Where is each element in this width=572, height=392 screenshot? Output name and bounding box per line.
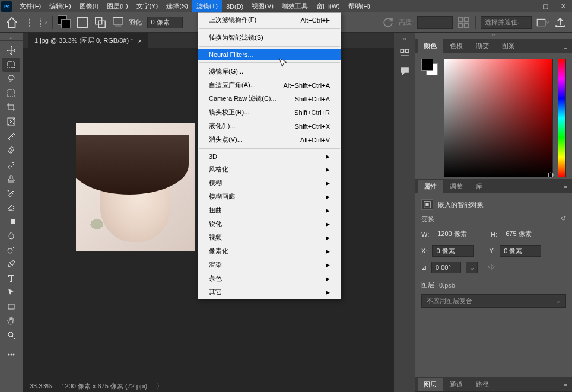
- feather-input[interactable]: [147, 17, 183, 28]
- menu-item[interactable]: 风格化▶: [198, 162, 341, 176]
- menu-item[interactable]: 视频▶: [198, 231, 341, 244]
- type-tool[interactable]: [2, 271, 20, 285]
- color-field[interactable]: [444, 59, 553, 177]
- height-value[interactable]: 675 像素: [502, 228, 544, 240]
- toolbar-collapse[interactable]: ››: [0, 35, 23, 41]
- menu-item[interactable]: 液化(L)...Shift+Ctrl+X: [198, 119, 341, 133]
- menu-item[interactable]: Neural Filters...: [198, 49, 341, 60]
- menu-item[interactable]: 渲染▶: [198, 258, 341, 272]
- path-select-tool[interactable]: [2, 285, 20, 299]
- tool-preset-icon[interactable]: [29, 18, 41, 27]
- width-value[interactable]: 1200 像素: [434, 228, 475, 240]
- selection-add-icon[interactable]: [93, 15, 107, 30]
- pen-tool[interactable]: [2, 257, 20, 271]
- close-tab-icon[interactable]: ×: [138, 37, 141, 44]
- document-tab[interactable]: 1.jpg @ 33.3% (图层 0, RGB/8#) *×: [28, 33, 148, 48]
- crop-tool[interactable]: [2, 100, 20, 114]
- tab-patterns[interactable]: 图案: [496, 39, 521, 53]
- minimize-button[interactable]: ─: [519, 0, 536, 12]
- lasso-tool[interactable]: [2, 72, 20, 86]
- flip-h-icon[interactable]: [487, 263, 495, 272]
- comments-panel-icon[interactable]: [398, 65, 411, 78]
- menu-plugins[interactable]: 增效工具: [278, 0, 312, 12]
- frame-tool[interactable]: [2, 114, 20, 129]
- selection-new-icon[interactable]: [75, 15, 90, 30]
- maximize-button[interactable]: ▢: [536, 0, 554, 12]
- menu-item[interactable]: 其它▶: [198, 285, 341, 299]
- tab-paths[interactable]: 路径: [470, 378, 495, 391]
- panel-menu-icon[interactable]: ≡: [559, 181, 572, 193]
- menu-select[interactable]: 选择(S): [162, 0, 192, 12]
- layer-comp-select[interactable]: 不应用图层复合⌄: [421, 294, 566, 308]
- menu-item[interactable]: 模糊画廊▶: [198, 190, 341, 203]
- hand-tool[interactable]: [2, 314, 20, 328]
- height-field[interactable]: [417, 16, 453, 29]
- menu-help[interactable]: 帮助(H): [344, 0, 374, 12]
- menu-window[interactable]: 窗口(W): [312, 0, 344, 12]
- menu-item[interactable]: 上次滤镜操作(F)Alt+Ctrl+F: [198, 13, 341, 27]
- menu-view[interactable]: 视图(V): [247, 0, 278, 12]
- tab-gradients[interactable]: 渐变: [470, 39, 495, 53]
- doc-dimensions[interactable]: 1200 像素 x 675 像素 (72 ppi): [61, 382, 147, 391]
- angle-input[interactable]: [431, 262, 461, 273]
- panel-collapse[interactable]: ‹‹: [415, 33, 572, 39]
- menu-item[interactable]: 像素化▶: [198, 244, 341, 258]
- fg-bg-swatches[interactable]: [421, 59, 439, 77]
- menu-item[interactable]: 杂色▶: [198, 272, 341, 285]
- shape-tool[interactable]: [2, 299, 20, 314]
- panel-menu-icon[interactable]: ≡: [559, 380, 572, 391]
- tab-color[interactable]: 颜色: [418, 39, 443, 53]
- move-tool[interactable]: [2, 43, 20, 58]
- quick-select-tool[interactable]: [2, 86, 20, 100]
- tab-adjust[interactable]: 调整: [444, 180, 469, 193]
- reset-icon[interactable]: ↺: [561, 215, 566, 224]
- menu-item[interactable]: 模糊▶: [198, 176, 341, 190]
- menu-filter[interactable]: 滤镜(T): [192, 0, 222, 12]
- grid-icon[interactable]: [456, 15, 471, 30]
- dodge-tool[interactable]: [2, 243, 20, 257]
- tab-swatches[interactable]: 色板: [444, 39, 469, 53]
- blur-tool[interactable]: [2, 228, 20, 243]
- refresh-icon[interactable]: [381, 15, 395, 30]
- gradient-tool[interactable]: [2, 214, 20, 228]
- extras-tool[interactable]: [2, 348, 20, 362]
- history-panel-icon[interactable]: [398, 47, 411, 60]
- menu-item[interactable]: 转换为智能滤镜(S): [198, 31, 341, 44]
- eraser-tool[interactable]: [2, 200, 20, 214]
- menu-edit[interactable]: 编辑(E): [45, 0, 75, 12]
- select-and-mask-button[interactable]: 选择并遮住...: [481, 16, 532, 29]
- x-input[interactable]: [432, 245, 474, 257]
- menu-item[interactable]: 锐化▶: [198, 217, 341, 231]
- hue-slider[interactable]: [558, 59, 566, 177]
- menu-3d[interactable]: 3D(D): [222, 1, 247, 12]
- angle-dropdown[interactable]: ⌄: [466, 262, 478, 273]
- workspace-icon[interactable]: v: [535, 15, 549, 30]
- zoom-tool[interactable]: [2, 328, 20, 342]
- tab-channels[interactable]: 通道: [444, 378, 469, 391]
- menu-item[interactable]: 消失点(V)...Alt+Ctrl+V: [198, 133, 341, 146]
- tab-properties[interactable]: 属性: [418, 180, 443, 193]
- menu-item[interactable]: 3D▶: [198, 151, 341, 162]
- marquee-tool[interactable]: [2, 58, 20, 72]
- menu-item[interactable]: 滤镜库(G)...: [198, 65, 341, 78]
- tab-layers[interactable]: 图层: [418, 378, 443, 391]
- menu-image[interactable]: 图像(I): [75, 0, 103, 12]
- strip-collapse[interactable]: ‹‹: [394, 36, 415, 42]
- menu-type[interactable]: 文字(Y): [132, 0, 163, 12]
- selection-subtract-icon[interactable]: [111, 15, 125, 30]
- menu-item[interactable]: Camera Raw 滤镜(C)...Shift+Ctrl+A: [198, 92, 341, 106]
- menu-layer[interactable]: 图层(L): [103, 0, 132, 12]
- menu-item[interactable]: 扭曲▶: [198, 203, 341, 217]
- close-button[interactable]: ✕: [554, 0, 572, 12]
- share-icon[interactable]: [553, 15, 567, 30]
- menu-item[interactable]: 自适应广角(A)...Alt+Shift+Ctrl+A: [198, 78, 341, 92]
- y-input[interactable]: [500, 245, 541, 257]
- history-brush-tool[interactable]: [2, 186, 20, 200]
- tab-libraries[interactable]: 库: [470, 180, 488, 193]
- zoom-value[interactable]: 33.33%: [30, 383, 52, 390]
- brush-tool[interactable]: [2, 157, 20, 171]
- eyedropper-tool[interactable]: [2, 129, 20, 143]
- stamp-tool[interactable]: [2, 171, 20, 186]
- heal-tool[interactable]: [2, 143, 20, 157]
- panel-menu-icon[interactable]: ≡: [559, 41, 572, 53]
